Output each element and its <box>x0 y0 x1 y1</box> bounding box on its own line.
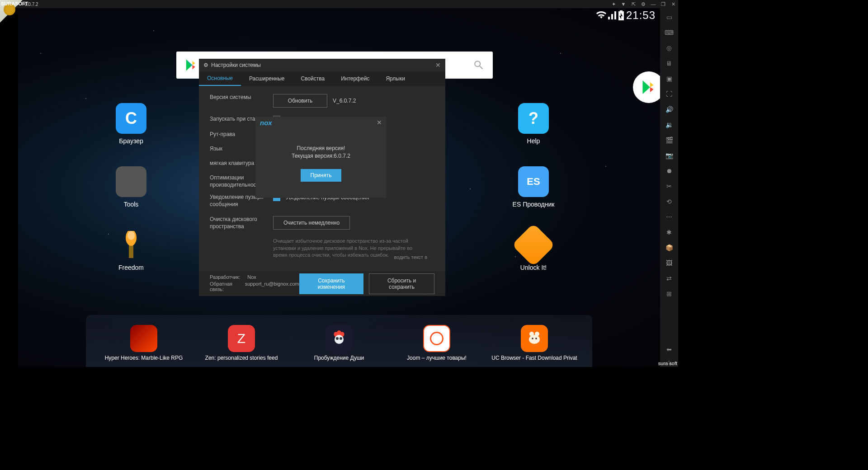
search-icon[interactable] <box>473 59 485 71</box>
dock-awakening[interactable]: Пробуждение Души <box>294 325 384 361</box>
nav-back-icon[interactable]: ⬅ <box>665 345 674 354</box>
feedback-label: Обратная связь: <box>210 281 238 292</box>
signal-icon <box>608 11 616 19</box>
maximize-icon[interactable]: ❐ <box>660 1 666 7</box>
wifi-icon <box>596 11 606 19</box>
app-label: Tools <box>108 201 154 208</box>
popup-line2: Текущая версия:6.0.7.2 <box>260 152 382 160</box>
app-help[interactable]: ? Help <box>511 103 556 145</box>
tool-volume-down-icon[interactable]: 🔉 <box>665 120 674 129</box>
app-label: ES Проводник <box>511 201 556 208</box>
android-statusbar: 21:53 <box>596 8 656 23</box>
svg-point-5 <box>340 337 342 340</box>
settings-tabs: Основные Расширенные Свойства Интерфейс … <box>199 71 445 86</box>
settings-footer: Разработчик:Nox Обратная связь:support_r… <box>199 271 445 296</box>
settings-title: Настройки системы <box>211 62 261 68</box>
dock-label: UC Browser - Fast Download Privat <box>489 355 580 361</box>
battery-icon <box>618 10 624 20</box>
dock-zen[interactable]: Z Zen: personalized stories feed <box>196 325 287 361</box>
tool-more-icon[interactable]: ⋯ <box>665 212 674 221</box>
update-popup: nox ✕ Последняя версия! Текущая версия:6… <box>255 117 387 198</box>
tool-rotate-icon[interactable]: ⟲ <box>665 197 674 206</box>
side-toolbar: ▭ ⌨ ◎ 🖥 ▣ ⛶ 🔊 🔉 🎬 📷 ⏺ ✂ ⟲ ⋯ ✱ 📦 🖼 ⇄ ⊞ <box>660 8 678 344</box>
tool-keyboard-icon[interactable]: ⌨ <box>665 28 674 37</box>
tool-shake-icon[interactable]: ▭ <box>665 13 674 22</box>
tool-loading-icon[interactable]: ✱ <box>665 228 674 237</box>
tool-image-icon[interactable]: 🖼 <box>665 258 674 268</box>
dock-uc-browser[interactable]: UC Browser - Fast Download Privat <box>489 325 580 361</box>
dock-hyper-heroes[interactable]: Hyper Heroes: Marble-Like RPG <box>99 325 189 361</box>
cleanup-button[interactable]: Очистить немедленно <box>273 216 350 230</box>
row-version-label: Версия системы <box>210 94 273 100</box>
update-button[interactable]: Обновить <box>273 94 327 108</box>
minimize-icon[interactable]: — <box>650 1 656 7</box>
reset-button[interactable]: Сбросить и сохранить <box>369 273 434 294</box>
svg-point-4 <box>336 337 339 340</box>
dock: Hyper Heroes: Marble-Like RPG Z Zen: per… <box>86 315 592 367</box>
pin-icon[interactable]: ⇱ <box>630 1 637 7</box>
close-icon[interactable]: ✕ <box>670 1 676 7</box>
partial-text: водить текст в <box>394 254 427 260</box>
developer-label: Разработчик: <box>210 274 240 280</box>
tool-location-icon[interactable]: ◎ <box>665 43 674 52</box>
tshirt-icon[interactable]: ▼ <box>620 1 627 7</box>
play-store-icon <box>184 58 198 72</box>
app-unlock[interactable]: Unlock It! <box>511 230 556 271</box>
dock-label: Joom – лучшие товары! <box>392 355 482 361</box>
dock-joom[interactable]: Joom – лучшие товары! <box>392 325 482 361</box>
svg-point-2 <box>127 231 135 240</box>
tool-settings2-icon[interactable]: ⇄ <box>665 274 674 283</box>
app-label: Help <box>511 137 556 145</box>
version-value: V_6.0.7.2 <box>333 98 356 104</box>
tab-advanced[interactable]: Расширенные <box>241 71 293 86</box>
feedback-value: support_ru@bignox.com <box>245 281 299 292</box>
dock-label: Zen: personalized stories feed <box>196 355 287 361</box>
tool-multi-instance-icon[interactable]: ▣ <box>665 74 674 83</box>
puzzle-icon[interactable]: ✦ <box>610 1 617 7</box>
app-label: Браузер <box>108 137 154 145</box>
tab-main[interactable]: Основные <box>199 71 241 86</box>
svg-rect-0 <box>129 244 133 258</box>
tool-fullscreen-icon[interactable]: ⛶ <box>665 89 674 99</box>
developer-value: Nox <box>247 274 256 280</box>
svg-point-7 <box>529 332 534 336</box>
gear-icon: ⚙ <box>203 62 208 68</box>
app-label: Unlock It! <box>511 264 556 271</box>
dock-label: Пробуждение Души <box>294 355 384 361</box>
tool-scissors-icon[interactable]: ✂ <box>665 182 674 191</box>
settings-close-icon[interactable]: ✕ <box>435 61 441 69</box>
app-tools[interactable]: Tools <box>108 166 154 208</box>
app-label: Freedom <box>108 264 154 271</box>
app-freedom[interactable]: Freedom <box>108 230 154 271</box>
titlebar: 6.0.7.2 ✦ ▼ ⇱ ⚙ — ❐ ✕ <box>0 0 678 8</box>
popup-line1: Последняя версия! <box>260 145 382 152</box>
app-browser[interactable]: C Браузер <box>108 103 154 145</box>
svg-point-10 <box>535 338 537 339</box>
tab-shortcuts[interactable]: Ярлыки <box>377 71 413 86</box>
settings-header: ⚙ Настройки системы ✕ <box>199 59 445 71</box>
tool-apk-icon[interactable]: 📦 <box>665 243 674 252</box>
svg-point-6 <box>529 335 540 344</box>
tab-interface[interactable]: Интерфейс <box>333 71 377 86</box>
clock-text: 21:53 <box>626 9 656 22</box>
tab-properties[interactable]: Свойства <box>292 71 333 86</box>
nox-logo: nox <box>260 119 272 127</box>
tool-record-icon[interactable]: ⏺ <box>665 166 674 175</box>
svg-point-8 <box>535 332 539 336</box>
svg-point-9 <box>532 338 533 339</box>
popup-close-icon[interactable]: ✕ <box>377 119 382 126</box>
dock-label: Hyper Heroes: Marble-Like RPG <box>99 355 189 361</box>
svg-point-3 <box>335 335 344 344</box>
watermark-bottomright: sura soft <box>658 361 677 366</box>
row-cleanup-label: Очистка дискового пространства <box>210 216 273 230</box>
tool-crop-icon[interactable]: ⊞ <box>665 289 674 298</box>
watermark-topleft: SURASOFT <box>1 1 28 6</box>
accept-button[interactable]: Принять <box>301 169 342 182</box>
gear-icon[interactable]: ⚙ <box>640 1 646 7</box>
tool-screenshot-icon[interactable]: 📷 <box>665 151 674 160</box>
tool-film-icon[interactable]: 🎬 <box>665 136 674 145</box>
save-button[interactable]: Сохранить изменения <box>299 273 363 294</box>
app-es-explorer[interactable]: ES ES Проводник <box>511 166 556 208</box>
tool-my-computer-icon[interactable]: 🖥 <box>665 59 674 68</box>
tool-volume-up-icon[interactable]: 🔊 <box>665 105 674 114</box>
